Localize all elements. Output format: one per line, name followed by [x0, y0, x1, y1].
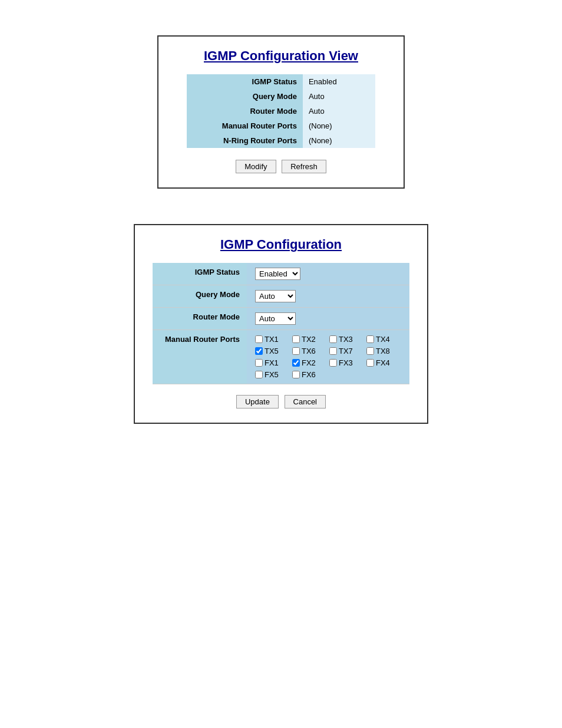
view-table-row: IGMP Status Enabled — [187, 74, 375, 89]
router-mode-row: Router Mode AutoManual — [153, 308, 409, 330]
refresh-button[interactable]: Refresh — [282, 160, 326, 173]
view-buttons: Modify Refresh — [176, 160, 386, 173]
port-label-fx4: FX4 — [376, 358, 390, 367]
view-row-label: Manual Router Ports — [187, 118, 303, 133]
port-label-fx6: FX6 — [302, 370, 316, 379]
port-label-tx3: TX3 — [339, 335, 353, 344]
cancel-button[interactable]: Cancel — [285, 395, 326, 409]
port-label-tx7: TX7 — [339, 347, 353, 355]
port-checkbox-item: FX2 — [292, 358, 327, 367]
router-mode-label: Router Mode — [153, 308, 247, 330]
port-label-tx4: TX4 — [376, 335, 390, 344]
view-row-label: Router Mode — [187, 104, 303, 118]
port-label-tx6: TX6 — [302, 347, 316, 355]
view-row-label: IGMP Status — [187, 74, 303, 89]
port-checkbox-item: TX6 — [292, 347, 327, 355]
port-label-tx5: TX5 — [265, 347, 279, 355]
port-label-tx8: TX8 — [376, 347, 390, 355]
view-table-row: N-Ring Router Ports (None) — [187, 133, 375, 148]
port-checkbox-item: TX4 — [366, 335, 401, 344]
port-checkbox-item: FX5 — [255, 370, 290, 379]
port-checkbox-item: TX8 — [366, 347, 401, 355]
port-checkbox-item: FX4 — [366, 358, 401, 367]
port-checkbox-tx3[interactable] — [329, 335, 337, 343]
view-row-value: Enabled — [303, 74, 375, 89]
view-row-label: Query Mode — [187, 89, 303, 104]
view-row-value: Auto — [303, 104, 375, 118]
igmp-status-row: IGMP Status EnabledDisabled — [153, 263, 409, 285]
port-checkbox-item: TX1 — [255, 335, 290, 344]
config-table: IGMP Status EnabledDisabled Query Mode A… — [153, 263, 409, 384]
router-mode-value: AutoManual — [247, 308, 409, 330]
view-panel: IGMP Configuration View IGMP Status Enab… — [157, 35, 405, 189]
port-checkbox-item: FX3 — [329, 358, 364, 367]
port-label-fx1: FX1 — [265, 358, 279, 367]
port-checkbox-item: TX2 — [292, 335, 327, 344]
port-checkbox-tx4[interactable] — [366, 335, 374, 343]
manual-router-ports-row: Manual Router Ports TX1TX2TX3TX4TX5TX6TX… — [153, 330, 409, 384]
modify-button[interactable]: Modify — [236, 160, 276, 173]
port-checkbox-item: TX3 — [329, 335, 364, 344]
igmp-status-label: IGMP Status — [153, 263, 247, 285]
port-checkbox-fx1[interactable] — [255, 359, 263, 367]
router-mode-select[interactable]: AutoManual — [255, 312, 296, 325]
port-checkbox-tx7[interactable] — [329, 347, 337, 355]
query-mode-value: AutoManual — [247, 285, 409, 308]
port-checkbox-fx3[interactable] — [329, 359, 337, 367]
update-button[interactable]: Update — [236, 395, 279, 409]
ports-grid: TX1TX2TX3TX4TX5TX6TX7TX8FX1FX2FX3FX4FX5F… — [255, 335, 401, 379]
query-mode-select[interactable]: AutoManual — [255, 290, 296, 302]
port-checkbox-item: FX1 — [255, 358, 290, 367]
query-mode-row: Query Mode AutoManual — [153, 285, 409, 308]
port-checkbox-fx5[interactable] — [255, 371, 263, 378]
port-checkbox-item: FX6 — [292, 370, 327, 379]
port-label-tx1: TX1 — [265, 335, 279, 344]
config-panel-title: IGMP Configuration — [153, 237, 409, 252]
port-checkbox-tx8[interactable] — [366, 347, 374, 355]
view-row-value: (None) — [303, 118, 375, 133]
port-label-tx2: TX2 — [302, 335, 316, 344]
query-mode-label: Query Mode — [153, 285, 247, 308]
port-checkbox-tx6[interactable] — [292, 347, 300, 355]
port-checkbox-tx2[interactable] — [292, 335, 300, 343]
port-label-fx2: FX2 — [302, 358, 316, 367]
view-table-row: Router Mode Auto — [187, 104, 375, 118]
port-checkbox-item: TX7 — [329, 347, 364, 355]
port-label-fx3: FX3 — [339, 358, 353, 367]
manual-router-ports-label: Manual Router Ports — [153, 330, 247, 384]
port-checkbox-fx6[interactable] — [292, 371, 300, 378]
port-label-fx5: FX5 — [265, 370, 279, 379]
view-table-row: Query Mode Auto — [187, 89, 375, 104]
view-row-label: N-Ring Router Ports — [187, 133, 303, 148]
manual-router-ports-value: TX1TX2TX3TX4TX5TX6TX7TX8FX1FX2FX3FX4FX5F… — [247, 330, 409, 384]
view-row-value: (None) — [303, 133, 375, 148]
view-table: IGMP Status Enabled Query Mode Auto Rout… — [187, 74, 375, 148]
config-panel: IGMP Configuration IGMP Status EnabledDi… — [134, 224, 428, 424]
port-checkbox-tx5[interactable] — [255, 347, 263, 355]
port-checkbox-fx4[interactable] — [366, 359, 374, 367]
view-table-row: Manual Router Ports (None) — [187, 118, 375, 133]
igmp-status-select[interactable]: EnabledDisabled — [255, 268, 300, 280]
igmp-status-value: EnabledDisabled — [247, 263, 409, 285]
config-buttons: Update Cancel — [153, 395, 409, 409]
port-checkbox-fx2[interactable] — [292, 359, 300, 367]
view-panel-title: IGMP Configuration View — [176, 48, 386, 64]
view-row-value: Auto — [303, 89, 375, 104]
port-checkbox-item: TX5 — [255, 347, 290, 355]
port-checkbox-tx1[interactable] — [255, 335, 263, 343]
